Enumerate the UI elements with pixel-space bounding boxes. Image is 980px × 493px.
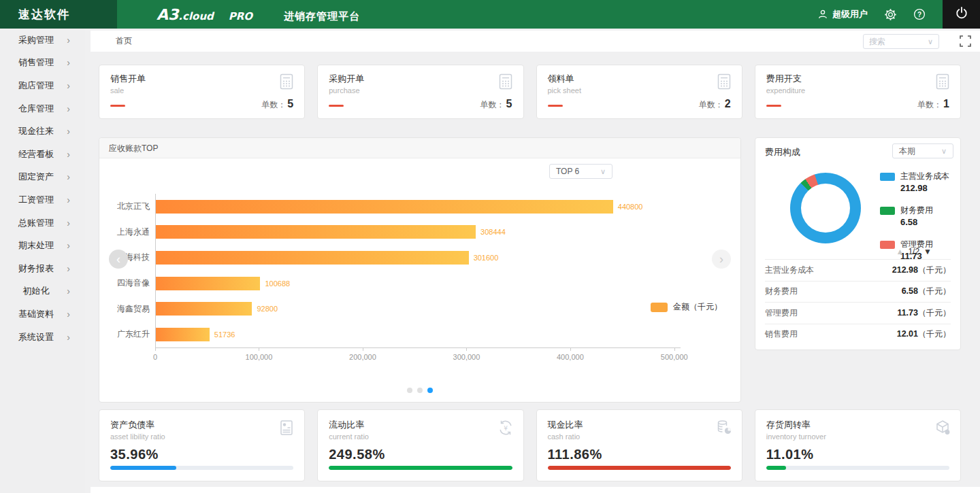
- sidebar-item-payroll[interactable]: 工资管理›: [0, 188, 85, 211]
- expense-list: 主营业务成本 212.98（千元） 财务费用 6.58（千元） 管理费用 11.…: [765, 259, 951, 345]
- ratio-card-inventory-turnover[interactable]: 存货周转率 inventory turnover 11.01%: [755, 409, 961, 481]
- expense-composition-panel: 费用构成 本期 ∨ 主营业务成本 212.98 财务费用 6.58 管理费用 1…: [755, 137, 961, 350]
- page-down-icon[interactable]: ▼: [924, 247, 932, 256]
- ratio-value: 11.01%: [766, 447, 949, 462]
- legend-swatch: [880, 173, 895, 181]
- user-menu[interactable]: 超级用户: [817, 8, 868, 20]
- product-suffix: .cloud: [178, 10, 213, 22]
- settings-gear-icon[interactable]: [884, 8, 897, 21]
- bar: [156, 200, 613, 214]
- calculator-icon: [715, 73, 733, 93]
- red-dash: [766, 105, 781, 107]
- stat-card-pick-sheet[interactable]: 领料单 pick sheet 单数：2: [536, 65, 742, 119]
- sidebar-item-dashboard[interactable]: 经营看板›: [0, 143, 85, 166]
- bar: [156, 302, 252, 316]
- red-dash: [329, 105, 344, 107]
- sidebar-item-purchase[interactable]: 采购管理›: [0, 29, 85, 52]
- legend-pager: ▲ 1/2 ▼: [896, 247, 932, 256]
- chevron-right-icon: ›: [67, 309, 70, 319]
- sidebar-item-initialization[interactable]: 初始化›: [0, 280, 85, 303]
- list-item: 主营业务成本 212.98（千元）: [765, 259, 951, 281]
- sidebar-item-base-data[interactable]: 基础资料›: [0, 303, 85, 326]
- page-indicator: 1/2: [908, 247, 919, 256]
- bar: [156, 277, 260, 290]
- count-value: 1: [943, 98, 949, 109]
- list-item: 销售费用 12.01（千元）: [765, 324, 951, 345]
- footer-strip: [91, 487, 980, 493]
- help-icon[interactable]: ?: [913, 8, 926, 20]
- sidebar-item-store-visit[interactable]: 跑店管理›: [0, 74, 85, 97]
- progress-fill: [329, 466, 512, 470]
- period-select[interactable]: 本期 ∨: [892, 143, 953, 158]
- bar-row: 北京正飞440800: [156, 194, 674, 220]
- product-title: A3.cloud PRO 进销存管理平台: [157, 6, 360, 23]
- chevron-right-icon: ›: [67, 58, 70, 67]
- app-header: 速达软件 A3.cloud PRO 进销存管理平台 超级用户 ?: [0, 0, 980, 29]
- refresh-yuan-icon: ¥: [497, 419, 514, 439]
- bar-row: 海鑫贸易92800: [156, 296, 674, 322]
- product-name: A3: [157, 6, 178, 23]
- bar: [156, 251, 469, 265]
- progress-track: [329, 466, 512, 470]
- carousel-dot[interactable]: [427, 388, 433, 393]
- stat-card-purchase[interactable]: 采购开单 purchase 单数：5: [317, 65, 523, 119]
- ratio-card-row: 资产负债率 asset libility ratio 35.96% 流动比率 c…: [99, 409, 961, 481]
- sidebar-item-period-end[interactable]: 期末处理›: [0, 234, 85, 257]
- search-input[interactable]: 搜索 ∨: [863, 34, 939, 49]
- legend-entry[interactable]: 主营业务成本 212.98: [880, 171, 949, 193]
- ratio-card-asset-liability[interactable]: 资产负债率 asset libility ratio 35.96%: [99, 409, 305, 481]
- chevron-right-icon: ›: [67, 264, 70, 273]
- stat-card-sale[interactable]: 销售开单 sale 单数：5: [99, 65, 305, 119]
- carousel-dot[interactable]: [407, 388, 412, 393]
- ratio-card-current-ratio[interactable]: 流动比率 current ratio 249.58% ¥: [317, 409, 523, 481]
- chevron-right-icon: ›: [67, 195, 70, 205]
- count-value: 2: [725, 98, 731, 109]
- bar: [156, 328, 210, 341]
- carousel-dot[interactable]: [417, 388, 423, 393]
- chevron-right-icon: ›: [67, 333, 70, 342]
- sidebar-item-warehouse[interactable]: 仓库管理›: [0, 97, 85, 120]
- bar-chart: 北京正飞440800 上海永通308444 洪海科技301600 四海音像100…: [155, 194, 674, 347]
- product-edition: PRO: [229, 10, 252, 22]
- carousel-prev-button[interactable]: ‹: [109, 250, 128, 269]
- ratio-card-cash-ratio[interactable]: 现金比率 cash ratio 111.86%: [536, 409, 742, 481]
- brand-logo: 速达软件: [0, 0, 117, 29]
- bar: [156, 225, 476, 239]
- carousel-next-button[interactable]: ›: [712, 250, 731, 269]
- fullscreen-icon[interactable]: [960, 35, 971, 47]
- sidebar-item-fixed-assets[interactable]: 固定资产›: [0, 166, 85, 189]
- report-icon: [278, 419, 295, 439]
- svg-text:?: ?: [917, 11, 921, 18]
- sidebar-item-general-ledger[interactable]: 总账管理›: [0, 211, 85, 235]
- list-item: 管理费用 11.73（千元）: [765, 302, 951, 324]
- chart-legend[interactable]: 金额（千元）: [651, 301, 722, 313]
- page-up-icon[interactable]: ▲: [896, 247, 904, 256]
- stat-card-expenditure[interactable]: 费用开支 expenditure 单数：1: [755, 65, 961, 119]
- legend-swatch: [880, 241, 895, 249]
- ratio-value: 111.86%: [548, 447, 731, 462]
- legend-swatch: [880, 207, 895, 215]
- progress-fill: [110, 466, 176, 470]
- sidebar-item-financial-reports[interactable]: 财务报表›: [0, 257, 85, 280]
- sidebar-item-system-settings[interactable]: 系统设置›: [0, 326, 85, 349]
- box-icon: [934, 419, 951, 439]
- chevron-down-icon: ∨: [941, 147, 947, 156]
- logout-power-button[interactable]: [943, 0, 980, 29]
- carousel-dots: [407, 388, 433, 393]
- chevron-down-icon: ∨: [600, 167, 606, 176]
- bar-row: 洪海科技301600: [156, 245, 674, 271]
- sidebar-item-sales[interactable]: 销售管理›: [0, 52, 85, 75]
- progress-fill: [766, 466, 787, 470]
- user-name: 超级用户: [832, 8, 868, 20]
- legend-entry[interactable]: 财务费用 6.58: [880, 205, 949, 227]
- sidebar-item-cash[interactable]: 现金往来›: [0, 120, 85, 143]
- progress-track: [110, 466, 293, 470]
- chevron-right-icon: ›: [67, 35, 70, 45]
- sidebar-nav: 采购管理› 销售管理› 跑店管理› 仓库管理› 现金往来› 经营看板› 固定资产…: [0, 29, 85, 493]
- coins-icon: [715, 419, 733, 439]
- top-n-select[interactable]: TOP 6 ∨: [549, 164, 612, 179]
- red-dash: [548, 105, 563, 107]
- breadcrumb[interactable]: 首页: [116, 35, 132, 47]
- chevron-right-icon: ›: [67, 81, 70, 90]
- svg-text:¥: ¥: [504, 425, 508, 432]
